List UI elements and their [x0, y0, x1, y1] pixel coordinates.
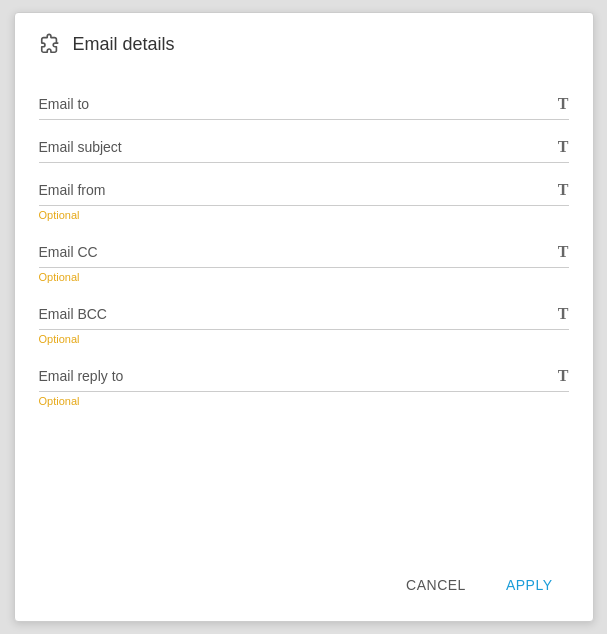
field-row-email-reply-to[interactable]: Email reply to T	[39, 353, 569, 392]
optional-badge-email-reply-to: Optional	[39, 395, 569, 411]
field-row-email-to[interactable]: Email to T	[39, 81, 569, 120]
field-group-email-to: Email to T	[39, 81, 569, 120]
optional-badge-email-cc: Optional	[39, 271, 569, 287]
text-variable-icon-email-bcc[interactable]: T	[558, 305, 569, 323]
dialog-title: Email details	[73, 34, 175, 55]
field-label-email-to: Email to	[39, 96, 550, 112]
field-group-email-reply-to: Email reply to T Optional	[39, 353, 569, 411]
field-label-email-reply-to: Email reply to	[39, 368, 550, 384]
text-variable-icon-email-from[interactable]: T	[558, 181, 569, 199]
field-label-email-bcc: Email BCC	[39, 306, 550, 322]
optional-badge-email-bcc: Optional	[39, 333, 569, 349]
field-label-email-from: Email from	[39, 182, 550, 198]
field-row-email-subject[interactable]: Email subject T	[39, 124, 569, 163]
field-row-email-bcc[interactable]: Email BCC T	[39, 291, 569, 330]
optional-badge-email-from: Optional	[39, 209, 569, 225]
field-group-email-cc: Email CC T Optional	[39, 229, 569, 287]
field-group-email-bcc: Email BCC T Optional	[39, 291, 569, 349]
text-variable-icon-email-to[interactable]: T	[558, 95, 569, 113]
cancel-button[interactable]: CANCEL	[390, 569, 482, 601]
field-group-email-subject: Email subject T	[39, 124, 569, 163]
text-variable-icon-email-reply-to[interactable]: T	[558, 367, 569, 385]
text-variable-icon-email-subject[interactable]: T	[558, 138, 569, 156]
email-details-dialog: Email details Email to T Email subject T…	[14, 12, 594, 622]
dialog-body: Email to T Email subject T Email from T …	[15, 71, 593, 553]
field-label-email-subject: Email subject	[39, 139, 550, 155]
apply-button[interactable]: APPLY	[490, 569, 569, 601]
field-label-email-cc: Email CC	[39, 244, 550, 260]
dialog-header: Email details	[15, 13, 593, 71]
field-row-email-from[interactable]: Email from T	[39, 167, 569, 206]
field-group-email-from: Email from T Optional	[39, 167, 569, 225]
dialog-footer: CANCEL APPLY	[15, 553, 593, 621]
puzzle-icon	[39, 33, 61, 55]
field-row-email-cc[interactable]: Email CC T	[39, 229, 569, 268]
text-variable-icon-email-cc[interactable]: T	[558, 243, 569, 261]
